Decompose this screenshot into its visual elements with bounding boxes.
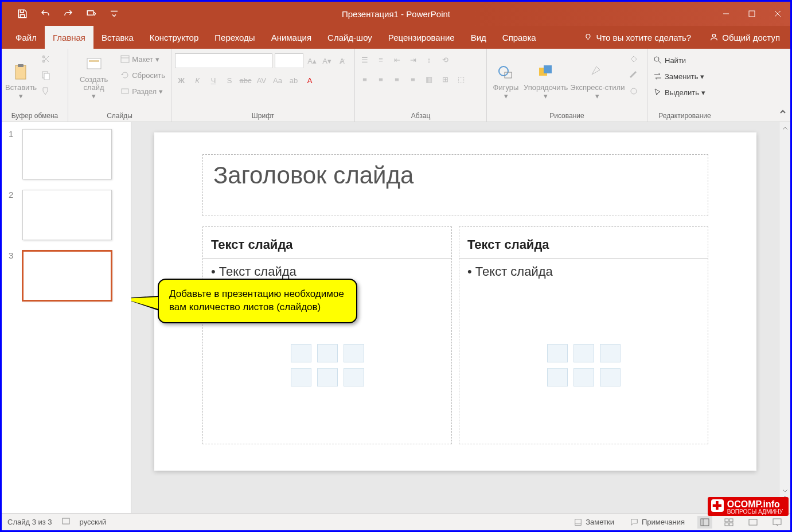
collapse-ribbon-button[interactable]: [779, 108, 787, 118]
insert-video-icon[interactable]: [600, 368, 621, 386]
fill-icon: [629, 54, 638, 64]
smartart-button[interactable]: ⬚: [455, 73, 467, 85]
text-direction-button[interactable]: ⟲: [439, 53, 451, 66]
align-center-button[interactable]: ≡: [374, 73, 387, 85]
line-spacing-button[interactable]: ↕: [423, 53, 435, 66]
language-indicator[interactable]: русский: [80, 518, 107, 526]
qat-customize-button[interactable]: [107, 7, 121, 21]
share-button[interactable]: Общий доступ: [699, 26, 790, 49]
format-painter-button[interactable]: [39, 84, 53, 98]
thumbnail[interactable]: [22, 190, 112, 240]
slide-thumbnails-panel[interactable]: 1 2 3: [2, 122, 131, 513]
content-placeholder-left[interactable]: Текст слайда • Текст слайда: [202, 226, 452, 444]
tab-file[interactable]: Файл: [7, 26, 45, 49]
slide-indicator[interactable]: Слайд 3 из 3: [7, 518, 52, 526]
decrease-font-button[interactable]: A▾: [321, 54, 333, 67]
quick-styles-button[interactable]: Экспресс-стили▾: [570, 51, 625, 101]
cut-button[interactable]: [39, 52, 53, 66]
bold-button[interactable]: Ж: [175, 74, 188, 87]
thumbnail-item[interactable]: 1: [9, 129, 124, 179]
select-button[interactable]: Выделить ▾: [651, 85, 708, 99]
layout-button[interactable]: Макет ▾: [118, 52, 167, 66]
insert-chart-icon[interactable]: [573, 344, 594, 362]
bullets-button[interactable]: ☰: [358, 53, 371, 66]
insert-online-picture-icon[interactable]: [573, 368, 594, 386]
insert-chart-icon[interactable]: [317, 344, 338, 362]
font-family-combo[interactable]: [175, 53, 272, 68]
arrange-button[interactable]: Упорядочить▾: [524, 51, 568, 101]
insert-table-icon[interactable]: [547, 344, 568, 362]
thumbnail[interactable]: [22, 251, 112, 301]
change-case-button[interactable]: Aa: [271, 74, 284, 87]
thumbnail-item[interactable]: 2: [9, 190, 124, 240]
redo-button[interactable]: [61, 7, 75, 21]
notes-button[interactable]: Заметки: [571, 518, 618, 526]
normal-view-button[interactable]: [697, 516, 712, 529]
thumbnail[interactable]: [22, 129, 112, 179]
tab-view[interactable]: Вид: [463, 26, 494, 49]
maximize-button[interactable]: [739, 2, 764, 26]
sorter-view-button[interactable]: [721, 516, 736, 529]
underline-button[interactable]: Ч: [207, 74, 220, 87]
tab-insert[interactable]: Вставка: [93, 26, 142, 49]
title-placeholder[interactable]: Заголовок слайда: [202, 154, 708, 216]
start-from-beginning-button[interactable]: [84, 7, 98, 21]
char-spacing-button[interactable]: AV: [255, 74, 268, 87]
justify-button[interactable]: ≡: [407, 73, 419, 85]
insert-smartart-icon[interactable]: [344, 344, 364, 362]
increase-indent-button[interactable]: ⇥: [407, 53, 419, 66]
tab-slideshow[interactable]: Слайд-шоу: [319, 26, 380, 49]
tab-help[interactable]: Справка: [494, 26, 544, 49]
tell-me-search[interactable]: Что вы хотите сделать?: [576, 26, 699, 49]
insert-smartart-icon[interactable]: [600, 344, 621, 362]
thumbnail-item[interactable]: 3: [9, 251, 124, 301]
increase-font-button[interactable]: A▴: [306, 54, 318, 67]
scroll-down-icon[interactable]: [781, 487, 789, 495]
find-button[interactable]: Найти: [651, 53, 708, 67]
reading-view-button[interactable]: [746, 516, 760, 529]
clear-format-button[interactable]: A̷: [335, 54, 348, 67]
insert-online-picture-icon[interactable]: [317, 368, 338, 386]
font-color-button[interactable]: A: [303, 74, 316, 87]
undo-button[interactable]: [38, 7, 52, 21]
new-slide-button[interactable]: Создать слайд ▾: [72, 51, 116, 101]
columns-button[interactable]: ▥: [423, 73, 435, 85]
spell-check-icon[interactable]: [61, 517, 71, 527]
shadow-button[interactable]: S: [223, 74, 236, 87]
strikethrough-button[interactable]: abc: [239, 74, 252, 87]
align-left-button[interactable]: ≡: [358, 73, 371, 85]
save-button[interactable]: [15, 7, 29, 21]
tab-animations[interactable]: Анимация: [263, 26, 319, 49]
insert-table-icon[interactable]: [291, 344, 311, 362]
minimize-button[interactable]: [713, 2, 739, 26]
slideshow-view-button[interactable]: [770, 516, 785, 529]
content-placeholder-right[interactable]: Текст слайда • Текст слайда: [459, 226, 708, 444]
close-button[interactable]: [764, 2, 790, 26]
shape-fill-button[interactable]: [627, 52, 641, 66]
reset-button[interactable]: Сбросить: [118, 68, 167, 82]
align-right-button[interactable]: ≡: [391, 73, 403, 85]
font-size-combo[interactable]: [275, 53, 303, 68]
replace-button[interactable]: Заменить ▾: [651, 69, 708, 83]
shape-effects-button[interactable]: [627, 84, 641, 98]
align-text-button[interactable]: ⊞: [439, 73, 451, 85]
highlight-button[interactable]: ab: [287, 74, 300, 87]
vertical-scrollbar[interactable]: [779, 122, 790, 513]
numbering-button[interactable]: ≡: [374, 53, 387, 66]
insert-picture-icon[interactable]: [291, 368, 311, 386]
paste-button[interactable]: Вставить ▾: [5, 51, 37, 101]
tab-transitions[interactable]: Переходы: [206, 26, 263, 49]
insert-video-icon[interactable]: [344, 368, 364, 386]
tab-design[interactable]: Конструктор: [142, 26, 207, 49]
comments-button[interactable]: Примечания: [627, 518, 688, 526]
shape-outline-button[interactable]: [627, 68, 641, 82]
tab-review[interactable]: Рецензирование: [380, 26, 463, 49]
italic-button[interactable]: К: [191, 74, 204, 87]
insert-picture-icon[interactable]: [547, 368, 568, 386]
shapes-button[interactable]: Фигуры▾: [490, 51, 521, 101]
section-button[interactable]: Раздел ▾: [118, 84, 167, 98]
scroll-up-icon[interactable]: [781, 124, 789, 132]
copy-button[interactable]: [39, 68, 53, 82]
tab-home[interactable]: Главная: [45, 26, 93, 49]
decrease-indent-button[interactable]: ⇤: [391, 53, 403, 66]
